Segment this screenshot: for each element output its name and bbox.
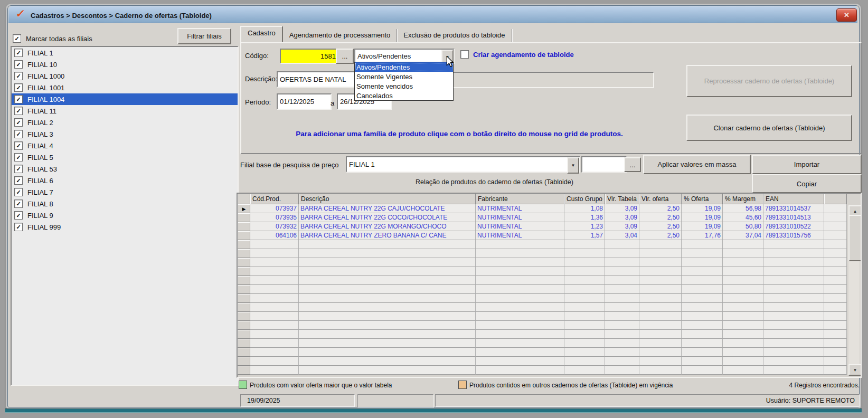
cell xyxy=(250,339,299,348)
cell xyxy=(476,366,564,375)
close-icon: ✕ xyxy=(844,11,850,19)
table-row[interactable] xyxy=(238,240,861,249)
dropdown-option[interactable]: Somente Vigentes xyxy=(355,72,453,81)
table-row[interactable] xyxy=(238,267,861,276)
combobox-dropdown-button[interactable]: ▼ xyxy=(567,157,579,174)
table-row[interactable]: 073935BARRA CEREAL NUTRY 22G COCO/CHOCOL… xyxy=(238,213,861,222)
grid-vertical-scrollbar[interactable]: ▲ ▼ xyxy=(848,205,860,376)
scrollbar-thumb[interactable] xyxy=(848,215,862,261)
filial-list-item[interactable]: ✓FILIAL 7 xyxy=(12,186,238,198)
cell xyxy=(824,339,847,348)
filial-list-item[interactable]: ✓FILIAL 1001 xyxy=(12,82,238,93)
table-row[interactable] xyxy=(238,330,861,339)
tab-agendamento-de-processamento[interactable]: Agendamento de processamento xyxy=(283,29,398,43)
produto-browse-button[interactable]: ... xyxy=(624,157,641,172)
grid-header-cell[interactable]: Custo Grupo xyxy=(564,194,605,204)
codigo-produto-input[interactable] xyxy=(581,156,627,173)
table-row[interactable]: ▶073937BARRA CEREAL NUTRY 22G CAJU/CHOCO… xyxy=(238,204,861,213)
filial-list-item[interactable]: ✓FILIAL 1 xyxy=(12,47,238,59)
grid-header-cell[interactable]: Vlr. Tabela xyxy=(605,194,639,204)
filial-list-item[interactable]: ✓FILIAL 8 xyxy=(12,198,238,210)
cell xyxy=(250,258,299,267)
tab-exclusao-de-produtos[interactable]: Exclusão de produtos do tabloide xyxy=(397,29,512,43)
table-row[interactable] xyxy=(238,312,861,321)
filial-list-item[interactable]: ✓FILIAL 2 xyxy=(12,117,238,128)
filial-label: FILIAL 8 xyxy=(27,200,53,208)
grid-header-cell[interactable]: EAN xyxy=(763,194,824,204)
table-row[interactable] xyxy=(238,276,861,285)
descricao-label: Descrição: xyxy=(245,75,277,83)
cell xyxy=(564,348,605,357)
statusbar-empty-panel xyxy=(357,394,433,408)
table-row[interactable] xyxy=(238,294,861,303)
table-row[interactable] xyxy=(238,339,861,348)
table-row[interactable] xyxy=(238,357,861,366)
cell xyxy=(564,330,605,339)
cell xyxy=(605,366,639,375)
filial-list-item[interactable]: ✓FILIAL 1004 xyxy=(12,93,238,105)
clonar-caderno-button[interactable]: Clonar caderno de ofertas (Tabloide) xyxy=(686,115,852,141)
grid-header-cell[interactable]: Descrição xyxy=(299,194,476,204)
table-row[interactable] xyxy=(238,285,861,294)
table-row[interactable] xyxy=(238,321,861,330)
codigo-browse-button[interactable]: ... xyxy=(336,49,354,64)
filial-list-item[interactable]: ✓FILIAL 3 xyxy=(12,128,238,140)
cell: 3,09 xyxy=(605,213,639,222)
row-indicator xyxy=(238,303,250,312)
table-row[interactable]: 064106BARRA CEREAL NUTRY ZERO BANANA C/ … xyxy=(238,231,861,240)
aplicar-valores-button[interactable]: Aplicar valores em massa xyxy=(643,155,751,174)
scroll-down-button[interactable]: ▼ xyxy=(848,364,862,376)
filial-list-item[interactable]: ✓FILIAL 53 xyxy=(12,163,238,175)
dropdown-option[interactable]: Somente vencidos xyxy=(355,81,453,91)
filial-list-item[interactable]: ✓FILIAL 1000 xyxy=(12,70,238,82)
grid-header-cell[interactable]: % Oferta xyxy=(682,194,723,204)
row-indicator xyxy=(238,231,250,240)
table-row[interactable] xyxy=(238,348,861,357)
cell xyxy=(564,357,605,366)
filial-list-item[interactable]: ✓FILIAL 999 xyxy=(12,221,238,233)
grid-header-cell[interactable]: Vlr. oferta xyxy=(639,194,682,204)
tab-cadastro[interactable]: Cadastro xyxy=(240,26,283,43)
products-grid[interactable]: Cód.Prod.DescriçãoFabricanteCusto GrupoV… xyxy=(237,193,862,378)
table-row[interactable] xyxy=(238,303,861,312)
table-row[interactable] xyxy=(238,258,861,267)
table-row[interactable] xyxy=(238,366,861,375)
dropdown-option[interactable]: Cancelados xyxy=(355,91,453,100)
descricao-input[interactable]: OFERTAS DE NATAL xyxy=(277,71,360,88)
filial-list-item[interactable]: ✓FILIAL 5 xyxy=(12,151,238,163)
criar-agendamento-checkbox[interactable]: ✓ Criar agendamento de tabloide xyxy=(460,50,574,59)
grid-header-cell[interactable]: Cód.Prod. xyxy=(250,194,299,204)
grid-header-cell[interactable]: Fabricante xyxy=(476,194,564,204)
row-indicator xyxy=(238,267,250,276)
checkbox-check-icon: ✓ xyxy=(14,130,23,138)
row-indicator: ▶ xyxy=(238,204,250,213)
grid-header-cell[interactable]: % Margem xyxy=(723,194,763,204)
cell xyxy=(682,366,723,375)
filial-list-item[interactable]: ✓FILIAL 10 xyxy=(12,59,238,70)
cell xyxy=(564,312,605,321)
copiar-button[interactable]: Copiar xyxy=(752,174,862,193)
grid-header-cell xyxy=(238,194,250,204)
cell xyxy=(639,258,682,267)
checkbox-check-icon: ✓ xyxy=(14,200,23,208)
codigo-input[interactable]: 1581 xyxy=(280,49,339,64)
table-row[interactable]: 073932BARRA CEREAL NUTRY 22G MORANGO/CHO… xyxy=(238,222,861,231)
app-logo-check-icon: ✓ xyxy=(15,7,26,20)
filial-listbox[interactable]: ✓FILIAL 1✓FILIAL 10✓FILIAL 1000✓FILIAL 1… xyxy=(11,46,239,386)
filial-list-item[interactable]: ✓FILIAL 11 xyxy=(12,105,238,117)
periodo-inicio-input[interactable]: 01/12/2025 xyxy=(277,93,332,110)
filtrar-filiais-button[interactable]: Filtrar filiais xyxy=(177,28,231,44)
select-all-filiais-checkbox[interactable]: ✓ Marcar todas as filiais xyxy=(13,34,92,43)
dropdown-option[interactable]: Ativos/Pendentes xyxy=(355,62,453,72)
reprocessar-caderno-button[interactable]: Reprocessar caderno de ofertas (Tabloide… xyxy=(686,65,852,97)
table-row[interactable] xyxy=(238,249,861,258)
cell xyxy=(476,249,564,258)
filial-list-item[interactable]: ✓FILIAL 4 xyxy=(12,140,238,151)
filial-list-item[interactable]: ✓FILIAL 6 xyxy=(12,175,238,186)
status-filter-dropdown-list[interactable]: Ativos/PendentesSomente VigentesSomente … xyxy=(354,62,454,101)
filial-list-item[interactable]: ✓FILIAL 9 xyxy=(12,210,238,221)
close-button[interactable]: ✕ xyxy=(836,8,857,22)
importar-button[interactable]: Importar xyxy=(752,155,862,174)
cell xyxy=(564,294,605,303)
filial-base-combobox[interactable]: FILIAL 1 ▼ xyxy=(346,156,580,173)
